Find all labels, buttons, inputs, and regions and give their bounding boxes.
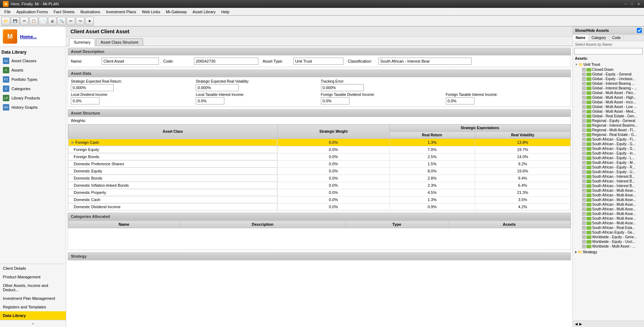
group-expand-btn[interactable]: + bbox=[582, 212, 586, 216]
tree-root-strategy[interactable]: ▶ 📁 Strategy bbox=[574, 249, 643, 255]
tree-root-unit-trust[interactable]: ▼ 📁 Unit Trust bbox=[574, 62, 643, 67]
menu-fact-sheets[interactable]: Fact Sheets bbox=[51, 9, 78, 15]
name-input[interactable] bbox=[102, 58, 159, 65]
search-input[interactable] bbox=[574, 48, 643, 54]
right-tab-code[interactable]: Code bbox=[609, 35, 624, 41]
menu-application-forms[interactable]: Application Forms bbox=[14, 9, 51, 15]
tree-group-item[interactable]: +South African - Equity - U... bbox=[574, 170, 643, 174]
tree-group-item[interactable]: +Global - Multi Asset - Low ... bbox=[574, 104, 643, 109]
tree-group-item[interactable]: +South African - Real Esta... bbox=[574, 225, 643, 230]
group-expand-btn[interactable]: + bbox=[582, 175, 586, 179]
group-expand-btn[interactable]: + bbox=[582, 226, 586, 230]
group-expand-btn[interactable]: + bbox=[582, 77, 586, 81]
group-expand-btn[interactable]: + bbox=[582, 91, 586, 95]
tab-summary[interactable]: Summary bbox=[69, 38, 95, 46]
asset-structure-row[interactable]: Foreign Bonds 0.0% 2.5% 14.0% bbox=[68, 153, 571, 160]
group-expand-btn[interactable]: + bbox=[582, 231, 586, 234]
toolbar-btn-8[interactable]: ↩ bbox=[67, 17, 75, 25]
sidebar-bottom-registers[interactable]: Registers and Templates bbox=[0, 303, 66, 311]
close-button[interactable]: ✕ bbox=[636, 1, 641, 6]
sidebar-bottom-other-assets[interactable]: Other Assets, Income and Deduct... bbox=[0, 281, 66, 294]
tree-group-item[interactable]: +Closed Down bbox=[574, 67, 643, 72]
classification-input[interactable] bbox=[379, 58, 472, 65]
tree-group-item[interactable]: +Regional - Multi Asset - Fl... bbox=[574, 128, 643, 132]
menu-illustrations[interactable]: Illustrations bbox=[77, 9, 103, 15]
group-expand-btn[interactable]: + bbox=[582, 208, 586, 211]
group-expand-btn[interactable]: + bbox=[582, 147, 586, 151]
group-expand-btn[interactable]: + bbox=[582, 184, 586, 188]
right-tab-name[interactable]: Name bbox=[573, 35, 589, 41]
tree-group-item[interactable]: +Regional - Real Estate - G... bbox=[574, 132, 643, 137]
tree-group-item[interactable]: +Global - Equity - General bbox=[574, 72, 643, 77]
tree-group-item[interactable]: +South African - Multi Asse... bbox=[574, 193, 643, 197]
group-expand-btn[interactable]: + bbox=[582, 198, 586, 202]
tree-group-item[interactable]: +South African - Equity - G... bbox=[574, 146, 643, 151]
home-link[interactable]: Home... bbox=[20, 34, 37, 39]
group-expand-btn[interactable]: + bbox=[582, 101, 586, 104]
group-expand-btn[interactable]: + bbox=[582, 194, 586, 197]
group-expand-btn[interactable]: + bbox=[582, 245, 586, 248]
toolbar-btn-7[interactable]: 🔍 bbox=[57, 17, 66, 25]
menu-asset-library[interactable]: Asset Library bbox=[190, 9, 218, 15]
tree-group-item[interactable]: +South African - Equity - Fi... bbox=[574, 137, 643, 142]
tree-group-item[interactable]: +Worldwide - Multi Asset - ... bbox=[574, 244, 643, 249]
str-exp-real-return-input[interactable] bbox=[71, 84, 114, 91]
group-expand-btn[interactable]: + bbox=[582, 133, 586, 137]
group-expand-btn[interactable]: + bbox=[582, 152, 586, 155]
group-expand-btn[interactable]: + bbox=[582, 221, 586, 225]
right-tab-category[interactable]: Category bbox=[589, 35, 609, 41]
tab-asset-class-structure[interactable]: Asset Class Structure bbox=[96, 38, 143, 46]
sidebar-expand-icon[interactable]: » bbox=[32, 322, 34, 326]
menu-mi-gateway[interactable]: Mi-Gateway bbox=[163, 9, 190, 15]
str-exp-real-vol-input[interactable] bbox=[196, 84, 239, 91]
asset-structure-row[interactable]: Domestic Preference Shares 0.0% 1.5% 9.2… bbox=[68, 160, 571, 167]
sidebar-item-history-graphs[interactable]: HG History Graphs bbox=[0, 103, 66, 112]
group-expand-btn[interactable]: + bbox=[582, 217, 586, 220]
toolbar-btn-9[interactable]: ↪ bbox=[76, 17, 84, 25]
menu-help[interactable]: Help bbox=[219, 9, 233, 15]
tree-group-item[interactable]: +South African - Equity - G... bbox=[574, 142, 643, 146]
toolbar-btn-2[interactable]: 💾 bbox=[11, 17, 19, 25]
tree-group-item[interactable]: +Global - Multi Asset - Med... bbox=[574, 109, 643, 114]
toolbar-btn-5[interactable]: 📄 bbox=[39, 17, 47, 25]
tree-group-item[interactable]: +Worldwide - Equity - Gene... bbox=[574, 235, 643, 239]
group-expand-btn[interactable]: + bbox=[582, 128, 586, 132]
tree-group-item[interactable]: +South African - Equity - L... bbox=[574, 156, 643, 160]
toolbar-btn-4[interactable]: 📋 bbox=[29, 17, 38, 25]
group-expand-btn[interactable]: + bbox=[582, 240, 586, 244]
title-bar-controls[interactable]: ─ □ ✕ bbox=[623, 1, 641, 6]
foreign-taxable-int-input[interactable] bbox=[446, 97, 474, 104]
menu-file[interactable]: File bbox=[1, 9, 14, 15]
tree-group-item[interactable]: +Global - Interest Bearing - ... bbox=[574, 86, 643, 91]
group-expand-btn[interactable]: + bbox=[582, 73, 586, 76]
asset-structure-row[interactable]: ▶ Foreign Cash 0.0% 1.3% 13.8% bbox=[68, 139, 571, 146]
group-expand-btn[interactable]: + bbox=[582, 96, 586, 99]
strategy-expand-icon[interactable]: ▶ bbox=[575, 250, 577, 254]
code-input[interactable] bbox=[194, 58, 258, 65]
group-expand-btn[interactable]: + bbox=[582, 68, 586, 72]
local-taxable-int-input[interactable] bbox=[196, 97, 224, 104]
tree-group-item[interactable]: +South African - Interest B... bbox=[574, 174, 643, 179]
tree-group-item[interactable]: +South African - Multi Asse... bbox=[574, 207, 643, 211]
minimize-button[interactable]: ─ bbox=[623, 1, 628, 6]
group-expand-btn[interactable]: + bbox=[582, 82, 586, 86]
tree-group-item[interactable]: +Global - Equity - Unclassi... bbox=[574, 77, 643, 81]
tree-group-item[interactable]: +South African - Equity - M... bbox=[574, 160, 643, 165]
tree-group-item[interactable]: +Global - Real Estate - Gen... bbox=[574, 114, 643, 118]
group-expand-btn[interactable]: + bbox=[582, 124, 586, 127]
tree-group-item[interactable]: +South African - Multi Asse... bbox=[574, 221, 643, 225]
tree-group-item[interactable]: +South African - Interest B... bbox=[574, 179, 643, 184]
tree-group-item[interactable]: +Regional - Interest Bearinn... bbox=[574, 123, 643, 128]
tree-group-item[interactable]: +Global - Multi Asset - Flex... bbox=[574, 91, 643, 95]
group-expand-btn[interactable]: + bbox=[582, 203, 586, 206]
group-expand-btn[interactable]: + bbox=[582, 142, 586, 146]
tree-nav-left[interactable]: ◀ bbox=[575, 322, 578, 326]
asset-structure-row[interactable]: Domestic Dividend Income 0.0% 0.9% 4.2% bbox=[68, 203, 571, 210]
group-expand-btn[interactable]: + bbox=[582, 170, 586, 174]
tree-group-item[interactable]: +South African Equity - Ge... bbox=[574, 230, 643, 235]
tree-group-item[interactable]: +South African - Interest B... bbox=[574, 184, 643, 188]
asset-structure-row[interactable]: Domestic Property 0.0% 4.5% 21.3% bbox=[68, 189, 571, 196]
toolbar-btn-10[interactable]: ★ bbox=[85, 17, 94, 25]
sidebar-bottom-client-details[interactable]: Client Details bbox=[0, 264, 66, 273]
asset-structure-row[interactable]: Foreign Equity 0.0% 7.0% 19.7% bbox=[68, 146, 571, 153]
